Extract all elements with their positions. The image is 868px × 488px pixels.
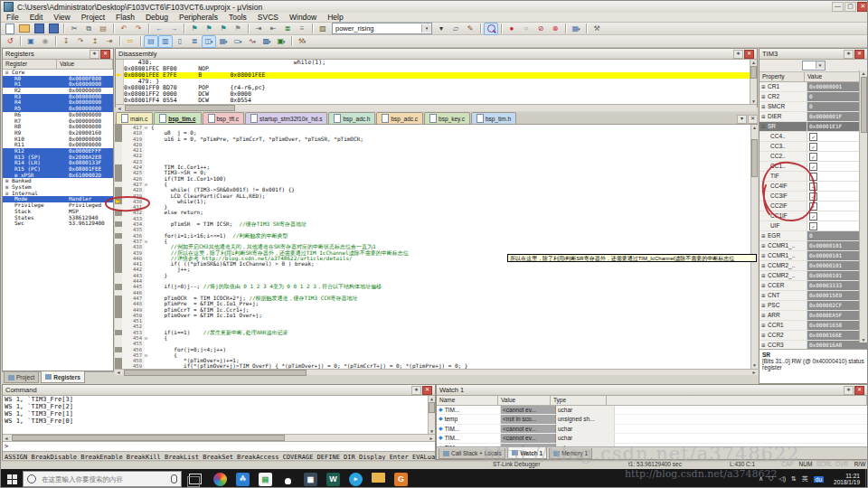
taskbar-app-folder[interactable]	[372, 473, 385, 483]
maximize-button[interactable]: ▢	[844, 2, 856, 12]
command-horizontal-scrollbar[interactable]: ◄►	[3, 434, 435, 441]
pin-icon[interactable]: ∗	[844, 386, 854, 395]
expand-icon[interactable]: ⊞	[761, 331, 768, 340]
tim3-row-cc4[interactable]: CC4..✓	[760, 132, 867, 142]
register-row-sec[interactable]: Sec53.96129400	[3, 221, 113, 227]
tray-network-icon[interactable]: ⇅	[791, 475, 797, 483]
editor-horizontal-scrollbar[interactable]: ◄►	[115, 369, 758, 375]
close-icon[interactable]: ✕	[748, 115, 758, 124]
close-icon[interactable]: ✕	[100, 50, 110, 59]
command-vertical-scrollbar[interactable]: ▲▼	[428, 396, 435, 434]
configure-flash-button[interactable]: ▨	[316, 23, 330, 35]
menu-debug[interactable]: Debug	[140, 13, 174, 22]
pin-icon[interactable]: ∗	[733, 50, 743, 59]
register-row-states[interactable]: States538612940	[3, 215, 113, 221]
disassembly-line[interactable]: 0x08001FF4 0554 DCW 0x0554	[124, 98, 757, 104]
tim3-row-cc1if[interactable]: CC1IF✓	[760, 211, 867, 221]
new-file-button[interactable]	[3, 23, 17, 35]
expand-icon[interactable]: ⊞	[761, 102, 768, 111]
checkbox[interactable]: ✓	[809, 222, 817, 230]
menu-tools[interactable]: Tools	[223, 13, 252, 22]
tim3-row-cr1[interactable]: ⊞CR10x00000001	[760, 82, 867, 92]
menu-edit[interactable]: Edit	[24, 13, 49, 22]
register-row-r0[interactable]: R00x0000F800	[3, 76, 113, 82]
reset-cpu-button[interactable]: ↺	[3, 35, 17, 48]
menu-peripherals[interactable]: Peripherals	[174, 13, 223, 22]
register-row-r8[interactable]: R80x00000000	[3, 124, 113, 130]
code-editor[interactable]: 417⊟{418 u8 j = 0;419 u16 i = 0, *pTimPr…	[115, 125, 750, 369]
register-row-banked[interactable]: ⊞Banked	[3, 178, 113, 184]
expand-icon[interactable]: ⊞	[761, 311, 768, 320]
comment-button[interactable]: ≣	[280, 23, 295, 35]
checkbox[interactable]: ✓	[809, 143, 817, 151]
open-file-button[interactable]	[17, 23, 32, 35]
tab-main-c[interactable]: main.c	[116, 112, 153, 124]
taskbar-app-color-wheel[interactable]	[213, 473, 227, 486]
menu-window[interactable]: Window	[284, 13, 322, 22]
pin-icon[interactable]: ∗	[411, 386, 421, 395]
taskbar-app-blue-share[interactable]: ⁂	[236, 473, 250, 486]
tim3-row-cc3[interactable]: CC3..✓	[760, 142, 867, 152]
tools-wrench-button[interactable]: ⚒	[590, 23, 604, 35]
watch-name[interactable]: ◆TIM...	[437, 425, 501, 433]
menu-view[interactable]: View	[48, 13, 75, 22]
bottom-tab-call-stack-locals[interactable]: Call Stack + Locals	[439, 448, 505, 459]
bottom-tab-memory-1[interactable]: Memory 1	[549, 448, 592, 459]
tab-bsp-tft-c[interactable]: bsp_tft.c	[203, 112, 245, 124]
tim3-row-dier[interactable]: ⊞DIER0x0000001F	[760, 112, 867, 122]
watch-row-temp[interactable]: ◆temp<not in sco...unsigned sh...	[437, 415, 867, 424]
register-row-system[interactable]: ⊞System	[3, 184, 113, 191]
taskbar-app-green-doc[interactable]: ▤	[259, 473, 272, 486]
paste-button[interactable]: ▤	[96, 23, 110, 35]
editor-vertical-scrollbar[interactable]: ▲▼	[750, 125, 758, 369]
watch-name[interactable]: ◆TIM...	[437, 434, 501, 442]
insert-breakpoint-button[interactable]: ●	[505, 23, 519, 35]
watch-window-button[interactable]: ◫▾	[202, 35, 216, 48]
watch-row-tim[interactable]: ◆TIM...<cannot ev...uchar	[437, 434, 867, 443]
pin-icon[interactable]: ∗	[90, 50, 99, 59]
disassembly-margin[interactable]	[116, 60, 124, 104]
expand-icon[interactable]: ⊞	[761, 291, 768, 300]
bookmark-prev-button[interactable]: ⚑	[202, 23, 216, 35]
register-row-r1[interactable]: R10x60000000	[3, 81, 113, 88]
checkbox[interactable]: ✓	[809, 183, 817, 191]
memory-window-button[interactable]: ▦▾	[216, 35, 231, 48]
start-button[interactable]	[1, 469, 23, 488]
expand-icon[interactable]: ⊞	[5, 178, 12, 184]
bottom-tab-registers[interactable]: Registers	[41, 371, 85, 383]
menu-help[interactable]: Help	[322, 13, 348, 22]
taskbar-app-qq[interactable]	[281, 473, 295, 486]
register-row-r2[interactable]: R20x00000000	[3, 88, 113, 94]
target-select[interactable]: power_rising▾	[332, 23, 432, 34]
register-row-r6[interactable]: R60x00000000	[3, 112, 113, 118]
enable-breakpoint-button[interactable]: ○	[519, 23, 533, 35]
command-input[interactable]	[8, 442, 435, 451]
show-current-statement-button[interactable]: ⇨	[123, 35, 137, 48]
pin-icon[interactable]: ∗	[844, 50, 854, 59]
expand-icon[interactable]: ⊞	[761, 271, 768, 280]
register-row-r4[interactable]: R40x00000000	[3, 99, 113, 106]
taskbar-app-word[interactable]: W	[326, 473, 340, 486]
tim3-row-ccmr1[interactable]: ⊞CCMR1_..0x00000101	[760, 241, 867, 251]
analysis-window-button[interactable]: ∿▾	[245, 35, 259, 48]
close-icon[interactable]: ✕	[422, 386, 432, 395]
disassembly-horizontal-scrollbar[interactable]: ◄	[116, 104, 757, 111]
close-icon[interactable]: ✕	[854, 386, 864, 395]
tim3-row-ccer[interactable]: ⊞CCER0x00003333	[760, 281, 867, 291]
command-window-button[interactable]: ▤	[144, 35, 158, 48]
tim3-row-uif[interactable]: UIF✓	[760, 221, 867, 231]
edit-target-button[interactable]: ▱	[448, 23, 463, 35]
cut-button[interactable]: ✂	[67, 23, 81, 35]
register-row-mode[interactable]: ModeHandler	[3, 196, 113, 202]
tim3-row-cc1[interactable]: CC1..✓	[760, 162, 867, 172]
menu-flash[interactable]: Flash	[110, 13, 140, 22]
expand-icon[interactable]: ⊞	[14, 173, 21, 179]
watch-row-tim[interactable]: ◆TIM...<cannot ev...uchar	[437, 425, 867, 434]
undo-button[interactable]: ↶	[117, 23, 131, 35]
run-button[interactable]: ▣	[24, 35, 38, 48]
search-input[interactable]	[40, 474, 171, 484]
register-row-r12[interactable]: R120x0000EFFF	[3, 148, 113, 155]
tray-volume-icon[interactable]: ◁)	[778, 475, 786, 483]
tray-chevron-icon[interactable]: ∧	[759, 475, 763, 483]
registers-window-button[interactable]: ≣	[187, 35, 202, 48]
